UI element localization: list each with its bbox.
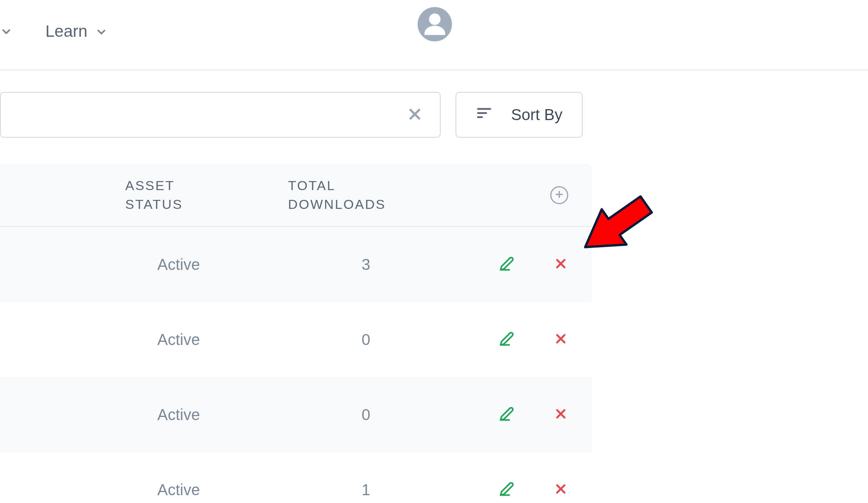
header-divider: [0, 70, 868, 70]
close-icon[interactable]: [553, 481, 568, 498]
column-header-total-downloads: TOTAL DOWNLOADS: [288, 176, 386, 214]
avatar[interactable]: [418, 7, 452, 41]
add-button[interactable]: [550, 186, 568, 204]
assets-table: ASSET STATUS TOTAL DOWNLOADS Active 3: [0, 164, 592, 503]
edit-icon[interactable]: [499, 481, 514, 498]
row-actions: [499, 481, 568, 498]
table-row: Active 0: [0, 377, 592, 452]
table-row: Active 1: [0, 452, 592, 503]
column-header-asset-status: ASSET STATUS: [125, 176, 183, 214]
svg-point-0: [429, 14, 440, 25]
close-icon[interactable]: [406, 106, 423, 124]
chevron-down-icon[interactable]: [0, 25, 13, 40]
sort-button-label: Sort By: [511, 106, 562, 124]
cell-status: Active: [157, 406, 200, 424]
cell-downloads: 0: [362, 406, 370, 424]
close-icon[interactable]: [553, 256, 568, 273]
nav-item-learn[interactable]: Learn: [45, 20, 108, 42]
controls-row: Sort By: [0, 92, 583, 138]
cell-downloads: 1: [362, 481, 370, 499]
table-row: Active 0: [0, 302, 592, 377]
table-row: Active 3: [0, 227, 592, 302]
plus-icon: [554, 189, 564, 201]
close-icon[interactable]: [553, 406, 568, 423]
cell-status: Active: [157, 256, 200, 273]
edit-icon[interactable]: [499, 331, 514, 348]
row-actions: [499, 331, 568, 348]
cell-status: Active: [157, 331, 200, 349]
sort-by-button[interactable]: Sort By: [456, 92, 583, 138]
edit-icon[interactable]: [499, 406, 514, 423]
edit-icon[interactable]: [499, 256, 514, 273]
row-actions: [499, 256, 568, 273]
row-actions: [499, 406, 568, 423]
table-header: ASSET STATUS TOTAL DOWNLOADS: [0, 164, 592, 227]
cell-downloads: 3: [362, 256, 370, 273]
nav-item-label: Learn: [45, 22, 87, 41]
chevron-down-icon: [95, 23, 108, 42]
search-input[interactable]: [0, 92, 441, 138]
top-header: Learn: [0, 0, 868, 66]
table-body: Active 3 Active 0: [0, 227, 592, 503]
close-icon[interactable]: [553, 331, 568, 348]
cell-downloads: 0: [362, 331, 370, 349]
cell-status: Active: [157, 481, 200, 499]
sort-icon: [476, 105, 492, 125]
